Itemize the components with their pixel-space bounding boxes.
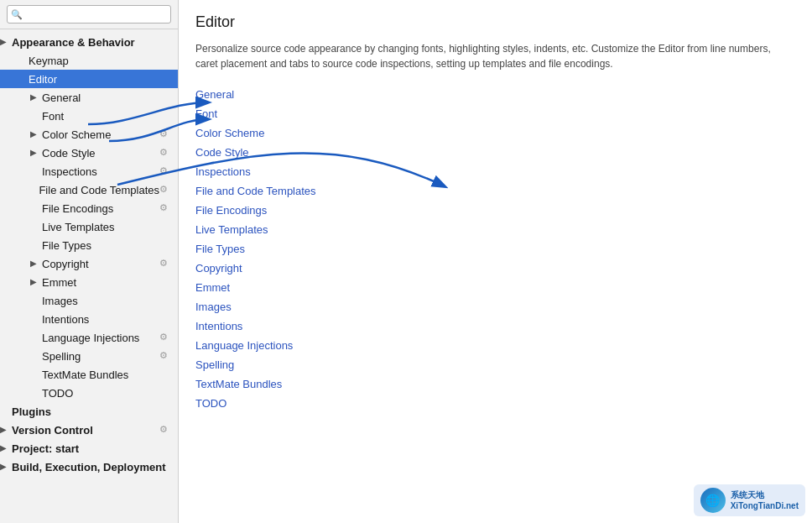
sidebar-item-copyright[interactable]: ▶Copyright⚙ xyxy=(0,254,178,273)
settings-gear-icon: ⚙ xyxy=(159,332,171,343)
chevron-icon: ▶ xyxy=(30,277,40,287)
editor-link-code-style[interactable]: Code Style xyxy=(195,146,795,159)
sidebar-item-label: Project: start xyxy=(12,442,79,455)
sidebar-item-general[interactable]: ▶General xyxy=(0,88,178,107)
sidebar-item-version-control[interactable]: ▶Version Control⚙ xyxy=(0,421,178,439)
sidebar-item-plugins[interactable]: Plugins xyxy=(0,402,178,421)
sidebar-item-label: Code Style xyxy=(42,147,96,160)
sidebar-item-file-and-code-templates[interactable]: File and Code Templates⚙ xyxy=(0,180,178,199)
sidebar-item-label: General xyxy=(42,92,81,104)
settings-gear-icon: ⚙ xyxy=(159,202,171,214)
editor-links-list: GeneralFontColor SchemeCode StyleInspect… xyxy=(195,88,795,410)
sidebar-item-appearance-behavior[interactable]: ▶Appearance & Behavior xyxy=(0,33,178,51)
editor-link-intentions[interactable]: Intentions xyxy=(195,320,795,332)
editor-link-file-types[interactable]: File Types xyxy=(195,243,795,255)
sidebar-item-label: File Types xyxy=(42,239,91,252)
editor-link-language-injections[interactable]: Language Injections xyxy=(195,339,795,352)
settings-tree: ▶Appearance & BehaviorKeymapEditor▶Gener… xyxy=(0,29,178,523)
settings-sidebar: 🔍 ▶Appearance & BehaviorKeymapEditor▶Gen… xyxy=(0,0,179,523)
search-icon: 🔍 xyxy=(11,9,23,20)
editor-link-emmet[interactable]: Emmet xyxy=(195,281,795,294)
sidebar-item-label: Editor xyxy=(29,73,57,86)
editor-link-live-templates[interactable]: Live Templates xyxy=(195,223,795,236)
sidebar-item-label: Images xyxy=(42,295,78,307)
editor-link-images[interactable]: Images xyxy=(195,301,795,313)
settings-gear-icon: ⚙ xyxy=(159,424,171,436)
sidebar-item-project-start[interactable]: ▶Project: start xyxy=(0,439,178,458)
sidebar-item-label: Emmet xyxy=(42,276,76,289)
sidebar-item-language-injections[interactable]: Language Injections⚙ xyxy=(0,328,178,347)
settings-gear-icon: ⚙ xyxy=(159,128,171,140)
sidebar-item-label: File and Code Templates xyxy=(39,184,159,196)
settings-gear-icon: ⚙ xyxy=(159,147,171,159)
watermark-icon: 🌐 xyxy=(700,488,726,513)
sidebar-item-label: Live Templates xyxy=(42,221,114,233)
editor-link-todo[interactable]: TODO xyxy=(195,397,795,410)
chevron-icon: ▶ xyxy=(0,443,10,453)
settings-gear-icon: ⚙ xyxy=(159,184,171,196)
settings-gear-icon: ⚙ xyxy=(159,165,171,177)
editor-link-copyright[interactable]: Copyright xyxy=(195,262,795,275)
sidebar-item-build-execution-deployment[interactable]: ▶Build, Execution, Deployment xyxy=(0,458,178,476)
sidebar-item-keymap[interactable]: Keymap xyxy=(0,51,178,70)
sidebar-item-label: Color Scheme xyxy=(42,128,111,141)
main-panel: Editor Personalize source code appearanc… xyxy=(179,0,812,523)
sidebar-item-label: TODO xyxy=(42,387,73,400)
chevron-icon: ▶ xyxy=(0,425,10,435)
chevron-icon: ▶ xyxy=(30,259,40,269)
chevron-icon: ▶ xyxy=(0,37,10,47)
sidebar-item-label: Intentions xyxy=(42,313,89,326)
search-input[interactable] xyxy=(7,5,171,24)
editor-link-color-scheme[interactable]: Color Scheme xyxy=(195,127,795,139)
sidebar-item-label: File Encodings xyxy=(42,202,113,215)
sidebar-item-label: Plugins xyxy=(12,405,51,418)
sidebar-item-textmate-bundles[interactable]: TextMate Bundles xyxy=(0,365,178,384)
sidebar-item-spelling[interactable]: Spelling⚙ xyxy=(0,347,178,365)
sidebar-item-code-style[interactable]: ▶Code Style⚙ xyxy=(0,144,178,162)
sidebar-item-editor[interactable]: Editor xyxy=(0,70,178,88)
sidebar-item-inspections[interactable]: Inspections⚙ xyxy=(0,162,178,180)
sidebar-item-label: Version Control xyxy=(12,424,93,437)
sidebar-item-font[interactable]: Font xyxy=(0,107,178,125)
editor-link-file-encodings[interactable]: File Encodings xyxy=(195,204,795,217)
sidebar-item-label: Language Injections xyxy=(42,332,139,344)
editor-link-spelling[interactable]: Spelling xyxy=(195,358,795,371)
editor-link-font[interactable]: Font xyxy=(195,107,795,120)
sidebar-item-emmet[interactable]: ▶Emmet xyxy=(0,273,178,291)
sidebar-item-label: Build, Execution, Deployment xyxy=(12,461,165,473)
chevron-icon: ▶ xyxy=(30,92,40,102)
editor-link-inspections[interactable]: Inspections xyxy=(195,165,795,178)
sidebar-item-label: Font xyxy=(42,110,64,123)
sidebar-item-file-encodings[interactable]: File Encodings⚙ xyxy=(0,199,178,217)
sidebar-item-color-scheme[interactable]: ▶Color Scheme⚙ xyxy=(0,125,178,144)
sidebar-item-label: TextMate Bundles xyxy=(42,369,128,381)
sidebar-item-label: Copyright xyxy=(42,258,89,270)
chevron-icon: ▶ xyxy=(30,129,40,139)
settings-gear-icon: ⚙ xyxy=(159,258,171,269)
editor-link-general[interactable]: General xyxy=(195,88,795,101)
sidebar-item-images[interactable]: Images xyxy=(0,291,178,310)
search-area: 🔍 xyxy=(0,0,178,29)
chevron-icon: ▶ xyxy=(30,148,40,158)
sidebar-item-label: Inspections xyxy=(42,165,97,178)
watermark: 🌐 系统天地XiTongTianDi.net xyxy=(694,484,805,516)
watermark-text: 系统天地XiTongTianDi.net xyxy=(731,489,799,511)
editor-link-textmate-bundles[interactable]: TextMate Bundles xyxy=(195,378,795,390)
sidebar-item-label: Keymap xyxy=(29,55,69,67)
sidebar-item-label: Appearance & Behavior xyxy=(12,36,135,49)
sidebar-item-live-templates[interactable]: Live Templates xyxy=(0,217,178,236)
editor-link-file-and-code-templates[interactable]: File and Code Templates xyxy=(195,185,795,197)
settings-gear-icon: ⚙ xyxy=(159,350,171,362)
sidebar-item-label: Spelling xyxy=(42,350,81,363)
sidebar-item-intentions[interactable]: Intentions xyxy=(0,310,178,328)
sidebar-item-file-types[interactable]: File Types xyxy=(0,236,178,254)
chevron-icon: ▶ xyxy=(0,462,10,472)
page-description: Personalize source code appearance by ch… xyxy=(195,41,795,71)
page-title: Editor xyxy=(195,13,795,31)
sidebar-item-todo[interactable]: TODO xyxy=(0,384,178,402)
